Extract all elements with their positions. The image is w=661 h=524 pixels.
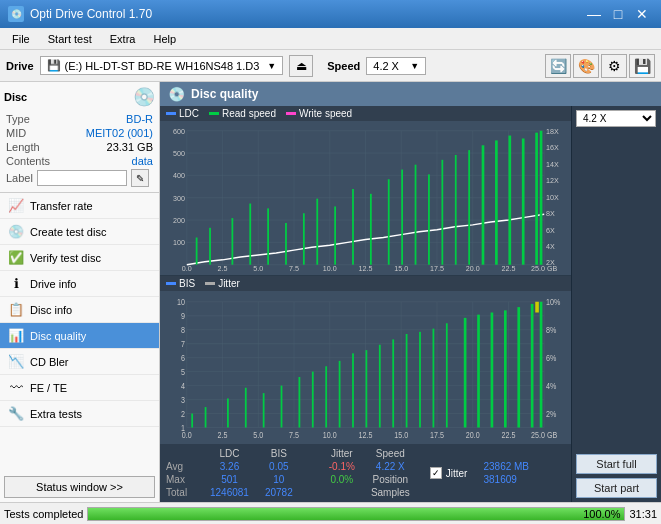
sidebar-item-verify-test-disc[interactable]: ✅ Verify test disc [0, 245, 159, 271]
drive-icon: 💾 [47, 59, 61, 72]
svg-text:17.5: 17.5 [430, 430, 444, 440]
svg-rect-47 [249, 204, 251, 265]
menu-help[interactable]: Help [145, 31, 184, 47]
speed-dropdown[interactable]: 4.2 X [576, 110, 656, 127]
svg-rect-62 [482, 145, 485, 264]
svg-text:20.0: 20.0 [466, 430, 480, 440]
svg-text:15.0: 15.0 [394, 430, 408, 440]
sidebar-item-drive-info[interactable]: ℹ Drive info [0, 271, 159, 297]
menu-file[interactable]: File [4, 31, 38, 47]
svg-text:15.0: 15.0 [394, 264, 408, 271]
svg-rect-135 [491, 312, 494, 427]
drive-select[interactable]: 💾 (E:) HL-DT-ST BD-RE WH16NS48 1.D3 ▼ [40, 56, 284, 75]
status-window-button[interactable]: Status window >> [4, 476, 155, 498]
jitter-checkbox[interactable]: ✓ [430, 467, 442, 479]
svg-rect-119 [263, 393, 265, 427]
svg-text:16X: 16X [546, 143, 559, 152]
disc-title-text: Disc [4, 91, 27, 103]
svg-rect-128 [392, 339, 394, 427]
svg-rect-132 [446, 323, 448, 427]
svg-text:8%: 8% [546, 325, 556, 335]
bis-header: BIS [257, 447, 301, 460]
svg-rect-61 [468, 150, 470, 265]
svg-text:6X: 6X [546, 225, 555, 234]
svg-text:200: 200 [173, 216, 185, 225]
jitter-legend-label: Jitter [218, 278, 240, 289]
svg-text:12.5: 12.5 [359, 264, 373, 271]
content-area: 💿 Disc quality LDC [160, 82, 661, 502]
nav-label-cd-bler: CD Bler [30, 356, 69, 368]
speed-label: Speed [327, 60, 360, 72]
svg-rect-60 [455, 155, 457, 265]
bis-legend-label: BIS [179, 278, 195, 289]
max-ldc: 501 [202, 473, 257, 486]
color-button[interactable]: 🎨 [573, 54, 599, 78]
maximize-button[interactable]: □ [607, 4, 629, 24]
svg-text:600: 600 [173, 126, 185, 135]
position-label: Position [363, 473, 418, 486]
bis-legend-dot [166, 282, 176, 285]
drive-value: (E:) HL-DT-ST BD-RE WH16NS48 1.D3 [65, 60, 260, 72]
svg-text:10.0: 10.0 [323, 430, 337, 440]
close-button[interactable]: ✕ [631, 4, 653, 24]
nav-label-disc-quality: Disc quality [30, 330, 86, 342]
svg-text:4: 4 [181, 381, 186, 391]
minimize-button[interactable]: — [583, 4, 605, 24]
chart1-svg: 600 500 400 300 200 100 18X 16X 14X 12X … [160, 121, 571, 272]
svg-text:22.5: 22.5 [502, 264, 516, 271]
svg-text:9: 9 [181, 311, 186, 321]
refresh-button[interactable]: 🔄 [545, 54, 571, 78]
jitter-header: Jitter [321, 447, 363, 460]
disc-label-input[interactable] [37, 170, 127, 186]
sidebar-item-transfer-rate[interactable]: 📈 Transfer rate [0, 193, 159, 219]
sidebar-item-create-test-disc[interactable]: 💿 Create test disc [0, 219, 159, 245]
drive-label: Drive [6, 60, 34, 72]
sidebar-item-fe-te[interactable]: 〰 FE / TE [0, 375, 159, 401]
disc-label-label: Label [6, 172, 33, 184]
svg-rect-121 [298, 377, 300, 428]
options-button[interactable]: ⚙ [601, 54, 627, 78]
chart-title-icon: 💿 [168, 86, 185, 102]
contents-value: data [132, 155, 153, 167]
svg-text:18X: 18X [546, 126, 559, 135]
svg-rect-52 [334, 206, 336, 264]
start-part-button[interactable]: Start part [576, 478, 657, 498]
svg-text:12.5: 12.5 [359, 430, 373, 440]
svg-rect-134 [477, 314, 480, 427]
write-legend-dot [286, 112, 296, 115]
chart2-legend: BIS Jitter [160, 276, 571, 291]
svg-rect-65 [522, 138, 525, 264]
transfer-rate-icon: 📈 [8, 198, 24, 213]
menu-extra[interactable]: Extra [102, 31, 144, 47]
start-full-button[interactable]: Start full [576, 454, 657, 474]
progress-fill [88, 508, 624, 520]
svg-text:7: 7 [181, 339, 185, 349]
sidebar-item-extra-tests[interactable]: 🔧 Extra tests [0, 401, 159, 427]
speed-select[interactable]: 4.2 X ▼ [366, 57, 426, 75]
svg-rect-49 [285, 223, 287, 265]
sidebar-item-disc-info[interactable]: 📋 Disc info [0, 297, 159, 323]
svg-rect-55 [388, 179, 390, 264]
disc-label-button[interactable]: ✎ [131, 169, 149, 187]
chart2-svg: 10 9 8 7 6 5 4 3 2 1 10% 8% [160, 291, 571, 442]
svg-text:17.5: 17.5 [430, 264, 444, 271]
svg-text:25.0 GB: 25.0 GB [531, 264, 557, 271]
svg-text:4%: 4% [546, 381, 556, 391]
eject-button[interactable]: ⏏ [289, 55, 313, 77]
read-legend-dot [209, 112, 219, 115]
save-button[interactable]: 💾 [629, 54, 655, 78]
type-value: BD-R [126, 113, 153, 125]
stats-table: LDC BIS Jitter Speed Avg 3. [166, 447, 418, 499]
extra-tests-icon: 🔧 [8, 406, 24, 421]
read-legend-label: Read speed [222, 108, 276, 119]
samples-value: 381609 [483, 474, 529, 485]
sidebar-item-disc-quality[interactable]: 📊 Disc quality [0, 323, 159, 349]
sidebar-item-cd-bler[interactable]: 📉 CD Bler [0, 349, 159, 375]
svg-text:10.0: 10.0 [323, 264, 337, 271]
svg-rect-59 [441, 160, 443, 265]
svg-rect-136 [504, 310, 507, 427]
menu-start-test[interactable]: Start test [40, 31, 100, 47]
svg-rect-126 [366, 350, 368, 427]
position-section: 23862 MB 381609 [483, 461, 529, 485]
disc-eject-icon[interactable]: 💿 [133, 86, 155, 108]
